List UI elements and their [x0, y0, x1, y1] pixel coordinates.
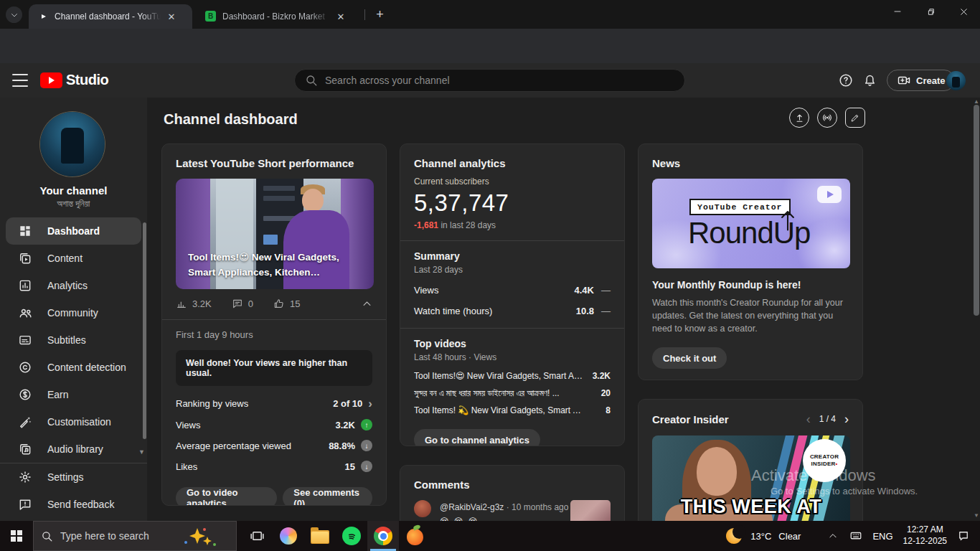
banner-label: YouTube Creator — [689, 199, 791, 215]
sidebar-scroll-down-icon[interactable]: ▼ — [138, 448, 145, 456]
user-avatar[interactable] — [946, 71, 966, 90]
weather-temp[interactable]: 13°C — [750, 531, 771, 542]
channel-avatar[interactable] — [40, 112, 105, 176]
restore-icon[interactable] — [914, 0, 947, 23]
windows-logo-icon — [11, 530, 22, 542]
language-indicator[interactable]: ENG — [872, 531, 892, 542]
summary-row: Views 4.4K— — [414, 285, 611, 296]
news-card: News YouTube Creator RoundUp Your Monthl… — [638, 143, 863, 380]
page-scrollbar[interactable] — [974, 105, 979, 316]
sidebar-item-content[interactable]: Content — [0, 245, 147, 272]
carousel-pagination: ‹ 1 / 4 › — [806, 413, 849, 425]
prev-page-icon[interactable]: ‹ — [806, 413, 811, 425]
dot-separator: · — [507, 502, 509, 512]
hamburger-menu-icon[interactable] — [12, 74, 28, 87]
tab-title: Dashboard - Bizkro Market — [222, 11, 330, 22]
sidebar-menu: Dashboard Content Analytics Community — [0, 217, 147, 463]
task-view-button[interactable] — [241, 521, 273, 551]
see-comments-button[interactable]: See comments (0) — [283, 487, 372, 506]
next-page-icon[interactable]: › — [844, 413, 849, 425]
go-to-channel-analytics-button[interactable]: Go to channel analytics — [414, 429, 540, 446]
sidebar: Your channel অশান্ত দুনিয়া Dashboard Co… — [0, 98, 147, 521]
short-performance-card: Latest YouTube Short performance Tool It… — [161, 143, 387, 506]
your-channel-label: Your channel — [0, 184, 147, 197]
news-banner[interactable]: YouTube Creator RoundUp — [652, 179, 850, 268]
card-title: Latest YouTube Short performance — [176, 157, 372, 169]
notifications-bell-icon[interactable] — [860, 71, 879, 90]
play-badge-icon[interactable] — [817, 186, 842, 203]
action-center-icon[interactable] — [957, 529, 970, 542]
page-indicator: 1 / 4 — [819, 414, 836, 424]
sidebar-item-community[interactable]: Community — [0, 299, 147, 326]
trend-flat-icon: — — [601, 306, 611, 316]
trend-down-icon: ↓ — [361, 440, 372, 451]
studio-search-bar[interactable] — [294, 69, 685, 92]
sidebar-item-audio-library[interactable]: Audio library — [0, 435, 147, 463]
copilot-icon[interactable] — [273, 521, 304, 551]
short-video-thumbnail[interactable]: Tool Items!😍 New Viral Gadgets, Smart Ap… — [176, 179, 374, 289]
tab-divider — [364, 9, 365, 20]
metric-row[interactable]: Ranking by views 2 of 10› — [176, 397, 372, 410]
content-detection-icon — [17, 359, 33, 375]
sidebar-item-content-detection[interactable]: Content detection — [0, 354, 147, 381]
sidebar-item-subtitles[interactable]: Subtitles — [0, 326, 147, 354]
scrollbar-down-icon[interactable]: ▼ — [974, 512, 979, 519]
community-icon — [17, 305, 33, 321]
upload-videos-icon[interactable] — [789, 108, 809, 128]
weather-moon-icon[interactable] — [726, 527, 743, 545]
taskbar-search-input[interactable] — [60, 530, 182, 542]
taskbar-search[interactable] — [33, 521, 237, 551]
tray-chevron-icon[interactable] — [828, 531, 838, 541]
top-video-row[interactable]: Tool Items! 💫 New Viral Gadgets, Smart A… — [414, 405, 611, 415]
sidebar-item-send-feedback[interactable]: Send feedback — [0, 491, 147, 518]
touch-keyboard-icon[interactable] — [849, 529, 862, 542]
scrollbar-up-icon[interactable]: ▲ — [974, 98, 979, 105]
check-it-out-button[interactable]: Check it out — [652, 347, 727, 369]
bizkro-favicon-icon: B — [205, 11, 217, 22]
sidebar-item-earn[interactable]: Earn — [0, 381, 147, 408]
clock[interactable]: 12:27 AM 12-12-2025 — [903, 524, 947, 547]
spotify-icon[interactable] — [336, 521, 367, 551]
likes-thumb-icon — [273, 298, 285, 309]
top-video-row[interactable]: Tool Items!😍 New Viral Gadgets, Smart Ap… — [414, 371, 611, 381]
close-window-icon[interactable] — [947, 0, 980, 23]
file-explorer-icon[interactable] — [304, 521, 336, 551]
clock-time: 12:27 AM — [907, 524, 943, 534]
comment-author[interactable]: @RakibVai2-g3z — [440, 502, 504, 512]
top-video-row[interactable]: সুন্দর বন এ মাছ ধরার সময় ডাইনোসর এর আক্… — [414, 388, 611, 398]
new-tab-icon[interactable]: + — [372, 6, 388, 23]
card-title: Creator Insider — [652, 413, 729, 425]
create-button[interactable]: Create — [887, 70, 955, 91]
clock-date: 12-12-2025 — [903, 536, 947, 546]
go-live-icon[interactable] — [817, 108, 837, 128]
sidebar-item-dashboard[interactable]: Dashboard — [6, 217, 141, 245]
search-input[interactable] — [325, 75, 674, 86]
content-icon — [17, 250, 33, 266]
comment-time: 10 months ago — [512, 502, 568, 512]
tab-close-icon[interactable]: ✕ — [165, 10, 178, 23]
subscriber-delta: -1,681 in last 28 days — [414, 220, 611, 230]
start-button[interactable] — [0, 521, 33, 551]
fl-studio-icon[interactable] — [399, 521, 430, 551]
sidebar-item-customisation[interactable]: Customisation — [0, 408, 147, 435]
sidebar-item-settings[interactable]: Settings — [0, 463, 147, 491]
system-tray: 13°C Clear ENG 12:27 AM 12-12-2025 — [726, 521, 980, 551]
views-chart-icon — [176, 298, 187, 309]
youtube-studio-logo[interactable]: Studio — [40, 72, 108, 88]
sidebar-scrollbar[interactable] — [143, 222, 146, 439]
edit-icon[interactable] — [845, 108, 865, 128]
collapse-chevron-icon[interactable] — [362, 298, 372, 309]
chrome-icon[interactable] — [367, 521, 399, 551]
tab-search-icon[interactable] — [6, 6, 22, 23]
browser-tab-active[interactable]: Channel dashboard - YouTube Studio ✕ — [29, 4, 192, 29]
dashboard-icon — [17, 223, 33, 239]
weather-desc[interactable]: Clear — [778, 531, 801, 542]
tab-close-icon[interactable]: ✕ — [334, 10, 347, 23]
commenter-avatar[interactable] — [414, 500, 431, 517]
tab-title: Channel dashboard - YouTube Studio — [55, 11, 161, 22]
sidebar-item-analytics[interactable]: Analytics — [0, 272, 147, 299]
go-to-video-analytics-button[interactable]: Go to video analytics — [176, 487, 277, 506]
minimize-icon[interactable] — [881, 0, 914, 23]
help-icon[interactable] — [837, 71, 855, 90]
browser-tab-inactive[interactable]: B Dashboard - Bizkro Market ✕ — [197, 4, 359, 29]
